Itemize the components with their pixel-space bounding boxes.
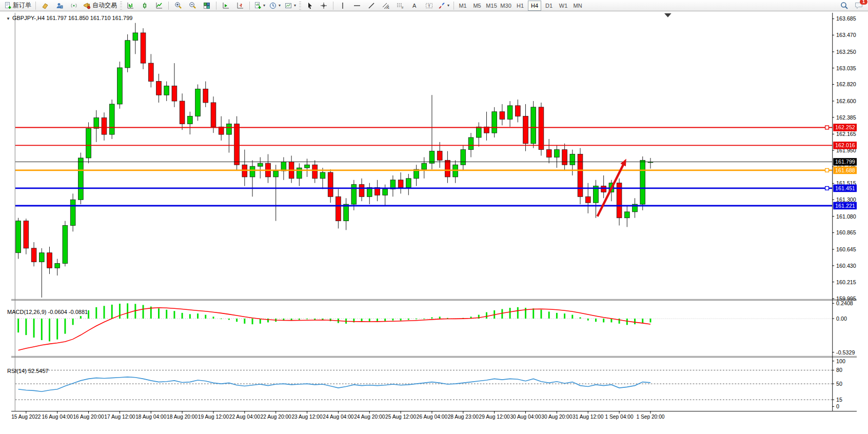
- svg-text:1 Sep 20:00: 1 Sep 20:00: [636, 414, 664, 420]
- community-icon: [56, 2, 63, 9]
- equidistant-channel-icon: E: [382, 2, 390, 9]
- arrows-tool-button[interactable]: ▾: [436, 0, 451, 11]
- hline-162.252[interactable]: [15, 126, 832, 129]
- timeframe-w1-button[interactable]: W1: [557, 1, 570, 11]
- chart-shift-icon: [236, 2, 244, 9]
- timeframe-h4-button[interactable]: H4: [528, 1, 541, 11]
- arrows-icon: [438, 2, 445, 9]
- svg-text:162.385: 162.385: [836, 114, 856, 121]
- svg-text:24 Aug 20:00: 24 Aug 20:00: [354, 414, 385, 420]
- chart-title: GBPJPY-,H4 161.797 161.850 161.710 161.7…: [12, 15, 132, 21]
- svg-text:29 Aug 12:00: 29 Aug 12:00: [479, 414, 510, 420]
- svg-text:161.451: 161.451: [835, 185, 855, 191]
- timeframe-toolbar: M1M5M15M30H1H4D1W1MN: [456, 1, 584, 11]
- text-label-icon: T: [425, 2, 433, 9]
- equidistant-channel-tool-button[interactable]: E: [379, 0, 393, 11]
- svg-text:F: F: [402, 6, 404, 9]
- chevron-down-icon: ▾: [447, 3, 449, 8]
- timeframe-m15-button[interactable]: M15: [485, 1, 498, 11]
- auto-scroll-button[interactable]: [219, 0, 233, 11]
- chart-frame: [11, 13, 857, 411]
- svg-text:22 Aug 04:00: 22 Aug 04:00: [229, 414, 261, 420]
- divider: [168, 2, 169, 10]
- time-axis[interactable]: 15 Aug 202216 Aug 04:0016 Aug 20:0017 Au…: [11, 411, 665, 420]
- vertical-line-tool-button[interactable]: [336, 0, 350, 11]
- timeframe-d1-button[interactable]: D1: [542, 1, 556, 11]
- notification-badge: 1: [860, 0, 867, 5]
- svg-text:18 Aug 04:00: 18 Aug 04:00: [135, 414, 167, 420]
- auto-trading-button[interactable]: 自动交易: [81, 0, 119, 11]
- text-tool-button[interactable]: A: [407, 0, 422, 11]
- candlesticks: [16, 23, 653, 298]
- timeframe-m5-button[interactable]: M5: [470, 1, 484, 11]
- new-order-label: 新订单: [13, 1, 31, 10]
- svg-text:17 Aug 12:00: 17 Aug 12:00: [104, 414, 135, 420]
- rsi-line: [18, 377, 650, 391]
- svg-text:50: 50: [836, 381, 842, 387]
- horizontal-line-tool-button[interactable]: [350, 0, 364, 11]
- svg-text:A: A: [412, 3, 417, 9]
- svg-text:18 Aug 20:00: 18 Aug 20:00: [167, 414, 198, 420]
- fibonacci-tool-button[interactable]: F: [393, 0, 407, 11]
- bar-chart-icon: [127, 2, 134, 9]
- chart-dropdown-icon[interactable]: ▼: [6, 16, 10, 21]
- market-depth-icon: [42, 2, 49, 9]
- svg-text:163.250: 163.250: [836, 49, 856, 55]
- chart-shift-button[interactable]: [233, 0, 247, 11]
- svg-text:0.00: 0.00: [836, 315, 847, 322]
- rsi-label: RSI(14) 52.5457: [7, 368, 49, 374]
- svg-text:161.221: 161.221: [835, 203, 855, 209]
- periods-button[interactable]: ▾: [267, 0, 283, 11]
- crosshair-tool-button[interactable]: [317, 0, 331, 11]
- timeframe-mn-button[interactable]: MN: [571, 1, 584, 11]
- notifications-button[interactable]: 1: [852, 0, 866, 11]
- svg-text:E: E: [387, 6, 389, 9]
- horizontal-line-icon: [353, 2, 361, 9]
- clock-icon: [269, 2, 277, 9]
- price-axis[interactable]: 163.685163.470163.250163.035162.820162.6…: [832, 16, 857, 410]
- chart-shift-marker[interactable]: [664, 13, 672, 17]
- signals-button[interactable]: [67, 0, 81, 11]
- svg-text:T: T: [428, 4, 430, 8]
- text-label-tool-button[interactable]: T: [422, 0, 436, 11]
- svg-text:160.865: 160.865: [836, 229, 856, 235]
- bar-chart-mode-button[interactable]: [123, 0, 137, 11]
- text-icon: A: [411, 2, 418, 9]
- macd-signal-line: [18, 308, 650, 350]
- zoom-out-button[interactable]: [185, 0, 200, 11]
- new-order-button[interactable]: 新订单: [2, 0, 33, 11]
- svg-text:163.470: 163.470: [836, 32, 856, 38]
- market-depth-button[interactable]: [38, 0, 52, 11]
- chart-window[interactable]: 163.685163.470163.250163.035162.820162.6…: [0, 11, 868, 434]
- timeframe-h1-button[interactable]: H1: [514, 1, 527, 11]
- tile-windows-icon: [203, 2, 210, 9]
- candlestick-mode-button[interactable]: [137, 0, 152, 11]
- hline-161.451[interactable]: [15, 187, 832, 190]
- svg-text:28 Aug 23:00: 28 Aug 23:00: [448, 414, 479, 420]
- search-button[interactable]: [837, 0, 852, 11]
- timeframe-m30-button[interactable]: M30: [499, 1, 512, 11]
- auto-trading-icon: [83, 2, 91, 9]
- svg-text:160.645: 160.645: [836, 246, 856, 252]
- timeframe-m1-button[interactable]: M1: [456, 1, 469, 11]
- cursor-tool-button[interactable]: [302, 0, 317, 11]
- trendline-tool-button[interactable]: [364, 0, 379, 11]
- macd-label: MACD(12,26,9) -0.0604 -0.0881: [7, 309, 88, 315]
- zoom-in-button[interactable]: [171, 0, 185, 11]
- line-chart-mode-button[interactable]: [152, 0, 166, 11]
- divider: [249, 2, 250, 10]
- chart-canvas[interactable]: 163.685163.470163.250163.035162.820162.6…: [0, 11, 868, 434]
- svg-text:-0.5329: -0.5329: [836, 349, 855, 356]
- zoom-in-icon: [174, 2, 182, 9]
- tile-windows-button[interactable]: [200, 0, 214, 11]
- svg-text:30 Aug 20:00: 30 Aug 20:00: [541, 414, 573, 420]
- community-button[interactable]: [52, 0, 67, 11]
- indicators-icon: [254, 2, 261, 9]
- zoom-out-icon: [189, 2, 196, 9]
- divider: [453, 2, 454, 10]
- svg-text:22 Aug 20:00: 22 Aug 20:00: [261, 414, 292, 420]
- svg-text:0.2408: 0.2408: [836, 300, 853, 306]
- indicators-button[interactable]: ▾: [252, 0, 267, 11]
- templates-button[interactable]: ▾: [283, 0, 298, 11]
- rsi-panel: [15, 370, 832, 400]
